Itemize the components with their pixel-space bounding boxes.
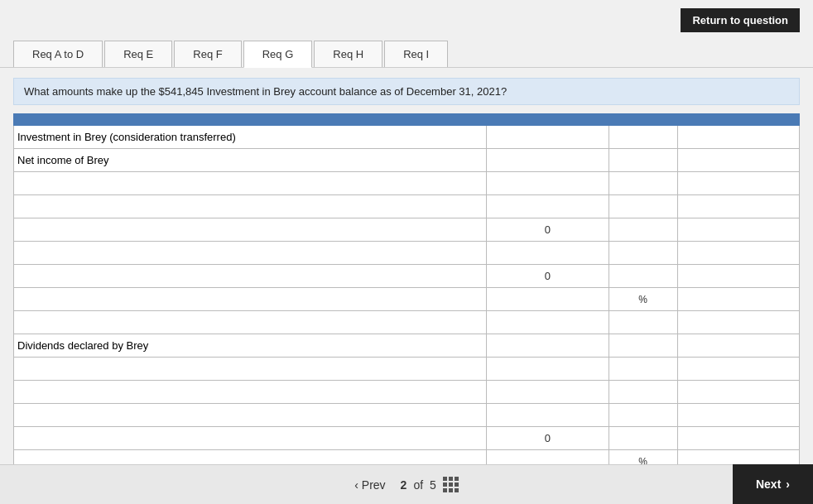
page-info: 2 of 5 <box>401 477 459 492</box>
table-row: 0 <box>14 427 800 450</box>
row-col-c <box>677 427 799 450</box>
tabs-bar: Req A to D Req E Req F Req G Req H Req I <box>0 41 813 68</box>
row-col-b <box>609 311 677 334</box>
row-col-a[interactable]: 0 <box>487 218 609 242</box>
row-label <box>14 172 487 195</box>
row-col-c <box>677 218 799 242</box>
row-col-a <box>487 172 609 195</box>
row-col-a <box>487 334 609 358</box>
of-label: of <box>413 478 423 492</box>
tab-req-g[interactable]: Req G <box>243 41 313 68</box>
row-col-a <box>487 242 609 265</box>
row-col-a <box>487 311 609 334</box>
row-col-b <box>609 126 677 149</box>
col-header-label <box>14 114 487 126</box>
row-col-a <box>487 126 609 149</box>
row-label <box>14 381 487 404</box>
row-col-c <box>677 265 799 288</box>
row-col-c <box>677 172 799 195</box>
row-col-b <box>609 242 677 265</box>
row-col-a <box>487 358 609 381</box>
row-col-a <box>487 149 609 172</box>
row-label <box>14 404 487 427</box>
tab-req-e[interactable]: Req E <box>104 41 172 67</box>
table-row <box>14 381 800 404</box>
table-header-row <box>14 114 800 126</box>
table-row: % <box>14 288 800 311</box>
return-to-question-button[interactable]: Return to question <box>681 8 800 32</box>
table-container: Investment in Brey (consideration transf… <box>13 113 800 497</box>
row-label <box>14 358 487 381</box>
col-header-a <box>487 114 609 126</box>
row-label <box>14 195 487 218</box>
row-col-c <box>677 311 799 334</box>
row-col-c <box>677 288 799 311</box>
table-row: 0 <box>14 265 800 288</box>
row-label <box>14 427 487 450</box>
question-box: What amounts make up the $541,845 Invest… <box>13 78 800 105</box>
table-row <box>14 404 800 427</box>
bottom-nav: ‹ Prev 2 of 5 Next › <box>0 464 813 504</box>
row-col-b <box>609 265 677 288</box>
row-col-c <box>677 126 799 149</box>
row-col-b <box>609 427 677 450</box>
next-button[interactable]: Next › <box>733 464 813 504</box>
row-col-b <box>609 172 677 195</box>
page-wrapper: Return to question Req A to D Req E Req … <box>0 0 813 504</box>
current-page: 2 <box>401 478 407 492</box>
row-col-b[interactable]: % <box>609 288 677 311</box>
tab-req-a-to-d[interactable]: Req A to D <box>13 41 103 67</box>
prev-button[interactable]: ‹ Prev <box>354 478 385 492</box>
next-arrow-icon: › <box>786 478 790 491</box>
col-header-c <box>677 114 799 126</box>
row-label <box>14 265 487 288</box>
row-col-a <box>487 195 609 218</box>
row-col-a <box>487 288 609 311</box>
row-label: Net income of Brey <box>14 149 487 172</box>
col-header-b <box>609 114 677 126</box>
total-pages: 5 <box>430 478 436 492</box>
row-col-a <box>487 404 609 427</box>
row-col-c <box>677 334 799 358</box>
row-col-c <box>677 358 799 381</box>
row-col-b <box>609 334 677 358</box>
row-col-c <box>677 404 799 427</box>
row-col-a <box>487 381 609 404</box>
table-row: Net income of Brey <box>14 149 800 172</box>
row-col-c <box>677 195 799 218</box>
table-row <box>14 195 800 218</box>
row-col-c <box>677 149 799 172</box>
table-row <box>14 242 800 265</box>
row-label <box>14 218 487 242</box>
row-col-c <box>677 242 799 265</box>
row-col-b <box>609 195 677 218</box>
row-col-b <box>609 218 677 242</box>
table-row <box>14 172 800 195</box>
row-col-c <box>677 381 799 404</box>
table-row <box>14 311 800 334</box>
row-col-b <box>609 381 677 404</box>
table-row: Investment in Brey (consideration transf… <box>14 126 800 149</box>
row-col-a[interactable]: 0 <box>487 427 609 450</box>
row-label: Investment in Brey (consideration transf… <box>14 126 487 149</box>
tab-req-i[interactable]: Req I <box>384 41 448 67</box>
row-label <box>14 242 487 265</box>
row-col-b <box>609 358 677 381</box>
table-row: 0 <box>14 218 800 242</box>
row-label <box>14 311 487 334</box>
row-label <box>14 288 487 311</box>
row-col-b <box>609 149 677 172</box>
row-label: Dividends declared by Brey <box>14 334 487 358</box>
table-row <box>14 358 800 381</box>
tab-req-f[interactable]: Req F <box>174 41 241 67</box>
grid-icon[interactable] <box>443 477 459 492</box>
row-col-a[interactable]: 0 <box>487 265 609 288</box>
row-col-b <box>609 404 677 427</box>
table-row: Dividends declared by Brey <box>14 334 800 358</box>
prev-arrow-icon: ‹ <box>354 478 358 492</box>
top-bar: Return to question <box>0 0 813 41</box>
tab-req-h[interactable]: Req H <box>314 41 382 67</box>
main-table: Investment in Brey (consideration transf… <box>13 113 800 497</box>
